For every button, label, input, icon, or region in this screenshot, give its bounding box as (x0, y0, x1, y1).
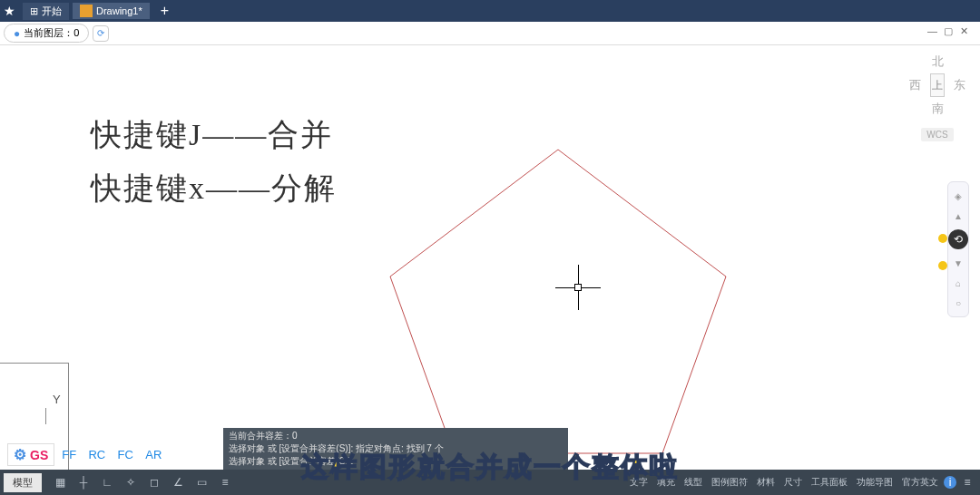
drawing-tab-label: Drawing1* (96, 5, 142, 16)
status-item[interactable]: 功能导图 (853, 474, 897, 490)
status-toggle-group: ▦ ┼ ∟ ✧ ◻ ∠ ▭ ≡ (51, 473, 234, 491)
title-bar: ★ ⊞ 开始 Drawing1* + (0, 0, 980, 22)
svg-marker-0 (390, 150, 726, 453)
gs-panel: ⚙ GS FF RC FC AR (7, 443, 171, 466)
track-icon[interactable]: ∠ (169, 473, 187, 491)
close-icon[interactable]: ✕ (960, 25, 973, 38)
gs-code[interactable]: AR (145, 448, 162, 461)
cmd-line: 当前合并容差：0 (229, 430, 563, 442)
windows-icon: ⊞ (30, 5, 38, 17)
highlight-dot-1 (938, 234, 947, 243)
annotation-text-2: 快捷键x——分解 (91, 168, 337, 209)
nav-zoom-out-icon[interactable]: ▼ (948, 253, 968, 273)
layer-bulb-icon: ● (14, 27, 20, 40)
nav-east[interactable]: 东 (950, 73, 969, 97)
gear-icon: ⚙ (14, 446, 26, 463)
nav-zoom-in-icon[interactable]: ▲ (948, 206, 968, 226)
status-item[interactable]: 官方英文 (898, 474, 942, 490)
nav-pan-icon[interactable]: ◈ (948, 186, 968, 206)
layer-refresh-button[interactable]: ⟳ (93, 25, 109, 42)
view-cube[interactable]: 北 西 上 东 南 WCS (906, 50, 969, 141)
nav-north[interactable]: 北 (906, 50, 969, 73)
snap-icon[interactable]: ┼ (74, 473, 93, 491)
nav-orbit-icon[interactable]: ⟲ (948, 229, 968, 249)
axis-y-label: Y (53, 393, 61, 406)
gs-code[interactable]: FC (118, 448, 133, 461)
start-tab[interactable]: ⊞ 开始 (23, 3, 69, 20)
window-controls: ― ▢ ✕ (927, 25, 973, 38)
nav-extra-icon[interactable]: ○ (948, 293, 968, 313)
info-icon[interactable]: i (944, 476, 956, 489)
gs-logo-text: GS (30, 448, 48, 462)
osnap-icon[interactable]: ◻ (145, 473, 163, 491)
nav-wcs[interactable]: WCS (921, 128, 953, 141)
new-tab-button[interactable]: + (161, 3, 169, 19)
gs-logo[interactable]: ⚙ GS (7, 443, 54, 466)
drawing-canvas[interactable]: 快捷键J——合并 快捷键x——分解 Y (0, 45, 980, 470)
gs-code[interactable]: RC (88, 448, 105, 461)
favorite-icon[interactable]: ★ (4, 4, 15, 18)
axis-y-line (45, 408, 46, 424)
nav-south[interactable]: 南 (906, 97, 969, 121)
layer-toolbar: ● 当前图层：0 ⟳ (0, 22, 980, 45)
model-tab[interactable]: 模型 (4, 473, 42, 492)
highlight-dot-2 (938, 261, 947, 270)
status-item[interactable]: 图例图符 (708, 474, 751, 490)
status-item[interactable]: 尺寸 (780, 474, 806, 490)
pentagon-shape[interactable] (381, 145, 735, 466)
drawing-tab[interactable]: Drawing1* (73, 3, 150, 19)
nav-home-icon[interactable]: ⌂ (948, 273, 968, 293)
status-item[interactable]: 工具面板 (808, 474, 851, 490)
video-subtitle: 这样图形就合并成一个整体啦 (301, 449, 679, 486)
gs-codes: FF RC FC AR (62, 448, 171, 461)
layer-label: 当前图层：0 (24, 26, 79, 40)
layer-dropdown[interactable]: ● 当前图层：0 (4, 24, 89, 43)
maximize-icon[interactable]: ▢ (944, 25, 956, 38)
annotation-text-1: 快捷键J——合并 (91, 114, 333, 156)
drawing-file-icon (80, 5, 93, 17)
gs-code[interactable]: FF (62, 448, 76, 461)
status-item[interactable]: 材料 (753, 474, 779, 490)
menu-icon[interactable]: ≡ (958, 473, 976, 491)
minimize-icon[interactable]: ― (927, 25, 940, 38)
grid-icon[interactable]: ▦ (51, 473, 69, 491)
polar-icon[interactable]: ✧ (122, 473, 140, 491)
start-tab-label: 开始 (42, 5, 62, 18)
status-item[interactable]: 线型 (681, 474, 706, 490)
dyn-icon[interactable]: ▭ (192, 473, 211, 491)
nav-top[interactable]: 上 (930, 73, 945, 97)
nav-west[interactable]: 西 (906, 73, 925, 97)
ortho-icon[interactable]: ∟ (98, 473, 116, 491)
navigation-wheel[interactable]: ◈ ▲ ⟲ ▼ ⌂ ○ (947, 181, 969, 317)
lwt-icon[interactable]: ≡ (216, 473, 234, 491)
